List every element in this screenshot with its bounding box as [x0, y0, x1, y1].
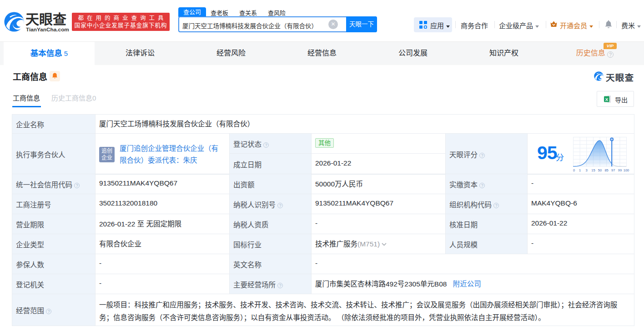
svg-text:99: 99	[618, 168, 622, 172]
svg-text:100: 100	[624, 168, 629, 172]
svg-text:50: 50	[598, 168, 602, 172]
svg-text:0: 0	[573, 168, 575, 172]
svg-text:85: 85	[604, 168, 608, 172]
svg-text:3: 3	[586, 168, 588, 172]
svg-text:15: 15	[591, 168, 595, 172]
svg-text:1: 1	[579, 168, 581, 172]
svg-text:97: 97	[611, 168, 615, 172]
svg-text:X: X	[605, 97, 609, 102]
